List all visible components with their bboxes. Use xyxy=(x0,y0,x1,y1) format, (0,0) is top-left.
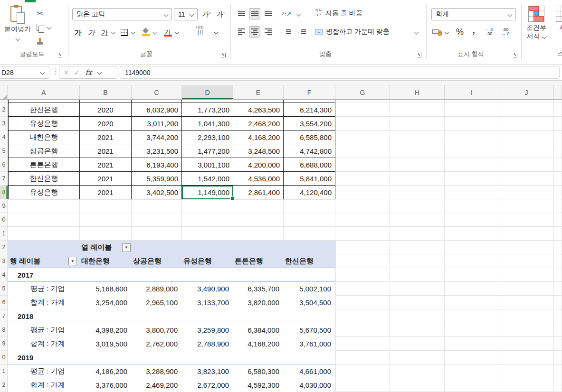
cell-H31[interactable] xyxy=(390,227,445,241)
bold-button[interactable]: 가 xyxy=(72,27,84,39)
align-middle-button[interactable] xyxy=(249,8,260,19)
cell-G26[interactable] xyxy=(335,158,390,172)
row-header-25[interactable]: 5 xyxy=(0,144,8,158)
cell-D26[interactable]: 3,001,100 xyxy=(182,158,233,172)
cell-F22[interactable]: 6,214,300 xyxy=(284,103,335,117)
cell-B41[interactable]: 4,186,200 xyxy=(80,364,132,378)
phonetic-chevron-icon[interactable] xyxy=(214,30,219,35)
cell-D33[interactable]: 유성은행 xyxy=(182,254,233,268)
cell-J24[interactable] xyxy=(499,131,554,144)
cell-E22[interactable]: 4,263,500 xyxy=(233,103,284,117)
cell-J29[interactable] xyxy=(499,199,554,213)
format-as-table-button[interactable]: 서 xyxy=(556,6,562,32)
cell-C26[interactable]: 6,193,400 xyxy=(132,158,182,172)
font-name-combo[interactable]: 맑은 고딕 xyxy=(72,8,172,20)
cell-E26[interactable]: 4,200,000 xyxy=(233,158,284,172)
cell-J23[interactable] xyxy=(499,117,554,131)
cell-E37[interactable] xyxy=(233,309,284,323)
cell-F39[interactable]: 3,761,000 xyxy=(284,337,335,351)
cell-A39[interactable]: 합계 : 가계 xyxy=(8,337,80,351)
conditional-formatting-button[interactable]: 조건부 서식 xyxy=(526,6,546,40)
cell-C32[interactable] xyxy=(132,241,182,254)
cell-H25[interactable] xyxy=(390,144,445,158)
cell-C22[interactable]: 6,032,900 xyxy=(132,103,182,117)
cell-D39[interactable]: 2,788,900 xyxy=(182,337,233,351)
cell-H36[interactable] xyxy=(390,296,445,309)
row-header-40[interactable]: 0 xyxy=(0,351,8,364)
cell-I29[interactable] xyxy=(445,199,499,213)
column-header-F[interactable]: F xyxy=(284,85,335,99)
copy-chevron-icon[interactable] xyxy=(47,25,52,30)
accounting-chevron-icon[interactable] xyxy=(445,30,449,35)
fill-color-button[interactable] xyxy=(140,27,152,38)
increase-decimal-button[interactable]: ←.0 .00 xyxy=(482,28,496,37)
cell-E30[interactable] xyxy=(233,213,284,227)
cell-G30[interactable] xyxy=(335,213,390,227)
cell-J27[interactable] xyxy=(499,172,554,186)
wrap-text-button[interactable]: 가나 ↩ 자동 줄 바꿈 xyxy=(315,9,362,18)
cell-F28[interactable]: 4,120,400 xyxy=(284,186,335,199)
cell-K32[interactable] xyxy=(554,241,562,254)
cell-G33[interactable] xyxy=(335,254,390,268)
cell-A24[interactable]: 대한은행 xyxy=(8,131,80,144)
cell-I36[interactable] xyxy=(445,296,499,309)
cell-C40[interactable] xyxy=(132,351,182,364)
cell-F38[interactable]: 5,670,500 xyxy=(284,323,335,337)
cell-B39[interactable]: 3,019,500 xyxy=(80,337,132,351)
cell-A31[interactable] xyxy=(8,227,80,241)
underline-button[interactable]: 가 xyxy=(99,27,110,39)
align-left-button[interactable] xyxy=(236,26,247,37)
cell-I33[interactable] xyxy=(445,254,499,268)
cell-I37[interactable] xyxy=(445,309,499,323)
cell-E27[interactable]: 4,536,000 xyxy=(233,172,284,186)
cell-K38[interactable] xyxy=(554,323,562,337)
cell-I32[interactable] xyxy=(445,241,499,254)
cell-I25[interactable] xyxy=(445,144,499,158)
column-header-B[interactable]: B xyxy=(80,85,132,99)
cell-D24[interactable]: 2,293,100 xyxy=(182,131,233,144)
cell-B35[interactable]: 5,168,600 xyxy=(80,282,132,296)
cell-C35[interactable]: 2,889,000 xyxy=(132,282,182,296)
align-bottom-button[interactable] xyxy=(262,8,274,19)
cell-J37[interactable] xyxy=(499,309,554,323)
cell-A26[interactable]: 튼튼은행 xyxy=(8,158,80,172)
column-labels-filter-button[interactable]: ▼ xyxy=(122,243,131,252)
cell-B36[interactable]: 3,254,000 xyxy=(80,296,132,309)
cell-A21[interactable] xyxy=(8,100,80,103)
decrease-decimal-button[interactable]: .00 →.0 xyxy=(498,28,513,37)
cell-B33[interactable]: 대한은행 xyxy=(80,254,132,268)
cell-F33[interactable]: 한신은행 xyxy=(284,254,335,268)
borders-button[interactable] xyxy=(118,27,130,38)
cell-F31[interactable] xyxy=(284,227,335,241)
cell-G37[interactable] xyxy=(335,309,390,323)
cell-A34[interactable]: 2017 xyxy=(8,268,80,282)
orientation-button[interactable]: 가 ↗ xyxy=(278,8,295,19)
cell-J36[interactable] xyxy=(499,296,554,309)
percent-style-button[interactable]: % xyxy=(453,26,467,38)
cell-H27[interactable] xyxy=(390,172,445,186)
cell-B26[interactable]: 2021 xyxy=(80,158,132,172)
align-center-button[interactable] xyxy=(249,26,260,37)
cell-K23[interactable] xyxy=(554,117,562,131)
cell-A36[interactable]: 합계 : 가계 xyxy=(8,296,80,309)
cell-J31[interactable] xyxy=(499,227,554,241)
cell-G28[interactable] xyxy=(335,186,390,199)
cell-E36[interactable]: 3,820,000 xyxy=(233,296,284,309)
cell-C28[interactable]: 3,402,500 xyxy=(132,186,182,199)
cell-E42[interactable]: 4,592,300 xyxy=(233,378,284,392)
cell-F41[interactable]: 4,661,000 xyxy=(284,364,335,378)
font-dialog-launcher-icon[interactable] xyxy=(221,53,226,57)
row-header-26[interactable]: 6 xyxy=(0,158,8,172)
cell-K36[interactable] xyxy=(554,296,562,309)
cell-K26[interactable] xyxy=(554,158,562,172)
cell-F26[interactable]: 6,688,000 xyxy=(284,158,335,172)
cell-B40[interactable] xyxy=(80,351,132,364)
cell-I39[interactable] xyxy=(445,337,499,351)
cell-J42[interactable] xyxy=(499,378,554,392)
cell-D25[interactable]: 1,477,200 xyxy=(182,144,233,158)
cell-D37[interactable] xyxy=(182,309,233,323)
grow-font-button[interactable]: 가^ xyxy=(200,8,213,20)
column-header-H[interactable]: H xyxy=(390,85,445,99)
cell-B38[interactable]: 4,398,200 xyxy=(80,323,132,337)
cell-D23[interactable]: 1,041,300 xyxy=(182,117,233,131)
